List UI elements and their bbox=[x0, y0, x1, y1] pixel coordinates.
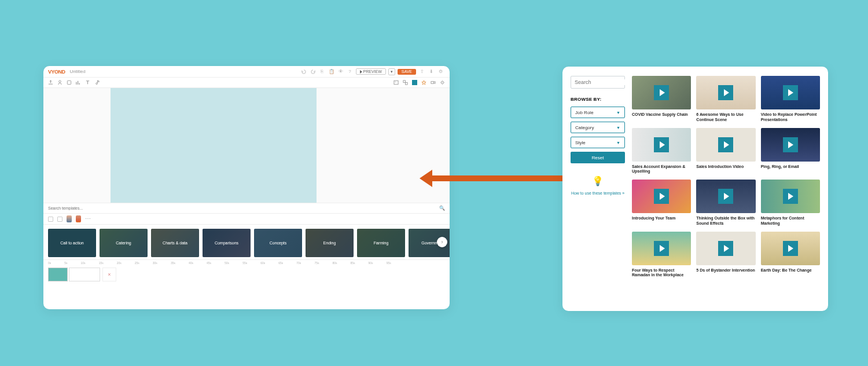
template-card[interactable]: Call to action bbox=[48, 229, 96, 257]
template-card[interactable]: Farming bbox=[357, 229, 405, 257]
template-label: Catering bbox=[116, 241, 131, 245]
template-label: Comparisons bbox=[215, 241, 238, 245]
redo-icon[interactable] bbox=[310, 69, 316, 75]
copy-icon[interactable]: ⎘ bbox=[319, 69, 325, 75]
play-icon bbox=[718, 137, 733, 152]
library-sidebar: 🔍 BROWSE BY: Job Role▼ Category▼ Style▼ … bbox=[571, 76, 625, 196]
svg-rect-5 bbox=[406, 83, 408, 85]
template-strip: Call to action Catering Charts & data Co… bbox=[43, 225, 450, 259]
character-icon[interactable] bbox=[57, 80, 62, 85]
library-search-input[interactable] bbox=[575, 79, 639, 85]
gear-icon[interactable] bbox=[440, 80, 445, 85]
timeline-blank[interactable] bbox=[69, 268, 100, 281]
video-thumbnail bbox=[761, 232, 820, 265]
swap-icon[interactable] bbox=[403, 80, 408, 85]
video-thumbnail bbox=[632, 232, 691, 265]
filter-scene-icon[interactable] bbox=[57, 217, 62, 222]
template-label: Ending bbox=[323, 241, 336, 245]
scene-canvas[interactable] bbox=[111, 88, 317, 203]
camera-icon[interactable] bbox=[431, 80, 436, 85]
play-icon bbox=[654, 85, 669, 100]
audio-icon[interactable] bbox=[94, 80, 100, 85]
share-icon[interactable]: ⇪ bbox=[419, 69, 425, 75]
settings-icon[interactable]: ⚙ bbox=[437, 69, 443, 75]
image-icon[interactable] bbox=[393, 80, 399, 85]
reset-button[interactable]: Reset bbox=[571, 152, 625, 163]
svg-point-0 bbox=[59, 80, 61, 83]
template-card[interactable]: Comparisons bbox=[203, 229, 251, 257]
timeline-delete-button[interactable]: × bbox=[102, 268, 116, 281]
video-card[interactable]: Video to Replace PowerPoint Presentation… bbox=[761, 76, 820, 123]
template-card[interactable]: Catering bbox=[100, 229, 148, 257]
video-thumbnail bbox=[696, 128, 755, 162]
video-card[interactable]: 5 Ds of Bystander Intervention bbox=[696, 232, 755, 279]
library-search[interactable]: 🔍 bbox=[571, 76, 625, 89]
paste-icon[interactable]: 📋 bbox=[329, 69, 334, 75]
upload-icon[interactable] bbox=[48, 80, 53, 85]
job-role-dropdown[interactable]: Job Role▼ bbox=[571, 107, 625, 118]
library-grid: COVID Vaccine Supply Chain 6 Awesome Way… bbox=[632, 76, 820, 278]
text-icon[interactable] bbox=[85, 80, 90, 85]
video-card[interactable]: COVID Vaccine Supply Chain bbox=[632, 76, 691, 123]
download-icon[interactable]: ⬇ bbox=[428, 69, 434, 75]
video-card[interactable]: Four Ways to Respect Ramadan in the Work… bbox=[632, 232, 691, 279]
timeline[interactable]: × bbox=[43, 265, 450, 292]
more-filters-icon[interactable]: ⋯ bbox=[85, 218, 91, 220]
prop-icon[interactable] bbox=[67, 80, 72, 85]
template-card[interactable]: Ending bbox=[306, 229, 354, 257]
category-dropdown[interactable]: Category▼ bbox=[571, 122, 625, 133]
video-card[interactable]: 6 Awesome Ways to Use Continue Scene bbox=[696, 76, 755, 123]
play-icon bbox=[718, 241, 733, 256]
browse-by-label: BROWSE BY: bbox=[571, 97, 625, 102]
video-card[interactable]: Introducing Your Team bbox=[632, 180, 691, 226]
character-filter-1[interactable] bbox=[67, 215, 72, 222]
template-filters: ⋯ bbox=[43, 214, 450, 225]
save-button[interactable]: SAVE bbox=[398, 69, 416, 75]
play-icon bbox=[783, 137, 798, 152]
video-thumbnail bbox=[632, 76, 691, 109]
background-icon[interactable] bbox=[412, 80, 417, 85]
filter-folder-icon[interactable] bbox=[48, 217, 53, 222]
preview-dropdown[interactable]: ▾ bbox=[388, 68, 395, 75]
video-card[interactable]: Metaphors for Content Marketing bbox=[761, 180, 820, 226]
lightbulb-icon: 💡 bbox=[592, 174, 604, 188]
howto-box: 💡 How to use these templates » bbox=[571, 174, 625, 196]
play-icon bbox=[654, 137, 669, 152]
template-search-input[interactable] bbox=[48, 206, 439, 210]
template-label: Government bbox=[421, 241, 444, 245]
template-card[interactable]: Concepts bbox=[254, 229, 302, 257]
video-thumbnail bbox=[696, 76, 755, 109]
video-title: Introducing Your Team bbox=[632, 216, 691, 225]
eye-icon[interactable]: 👁 bbox=[338, 69, 344, 75]
character-filter-2[interactable] bbox=[76, 215, 81, 222]
video-title: 5 Ds of Bystander Intervention bbox=[696, 268, 755, 277]
video-title: COVID Vaccine Supply Chain bbox=[632, 112, 691, 122]
video-title: Thinking Outside the Box with Sound Effe… bbox=[696, 216, 755, 226]
effect-icon[interactable] bbox=[421, 80, 426, 85]
video-thumbnail bbox=[696, 232, 755, 265]
video-title: Video to Replace PowerPoint Presentation… bbox=[761, 112, 820, 123]
play-icon bbox=[718, 189, 733, 204]
video-thumbnail bbox=[761, 76, 820, 109]
timeline-ruler: 0s5s10s15s20s25s30s35s40s45s50s55s60s65s… bbox=[43, 259, 450, 265]
timeline-scene[interactable] bbox=[48, 268, 68, 281]
search-icon[interactable]: 🔍 bbox=[439, 206, 445, 211]
undo-icon[interactable] bbox=[301, 69, 307, 75]
video-card[interactable]: Sales Account Expansion & Upselling bbox=[632, 128, 691, 175]
project-title[interactable]: Untitled bbox=[70, 69, 86, 74]
video-card[interactable]: Earth Day: Be The Change bbox=[761, 232, 820, 279]
video-card[interactable]: Thinking Outside the Box with Sound Effe… bbox=[696, 180, 755, 226]
video-card[interactable]: Ping, Ring, or Email bbox=[761, 128, 820, 175]
preview-button[interactable]: PREVIEW bbox=[356, 68, 386, 75]
dropdown-label: Category bbox=[575, 125, 594, 130]
howto-link[interactable]: How to use these templates » bbox=[571, 191, 625, 196]
preview-label: PREVIEW bbox=[363, 69, 382, 74]
template-card[interactable]: Government bbox=[409, 229, 450, 257]
help-icon[interactable]: ? bbox=[347, 69, 353, 75]
template-card[interactable]: Charts & data bbox=[151, 229, 199, 257]
video-card[interactable]: Sales Introduction Video bbox=[696, 128, 755, 175]
dropdown-label: Job Role bbox=[575, 110, 594, 115]
style-dropdown[interactable]: Style▼ bbox=[571, 137, 625, 148]
svg-point-7 bbox=[442, 82, 444, 84]
chart-icon[interactable] bbox=[76, 80, 81, 85]
